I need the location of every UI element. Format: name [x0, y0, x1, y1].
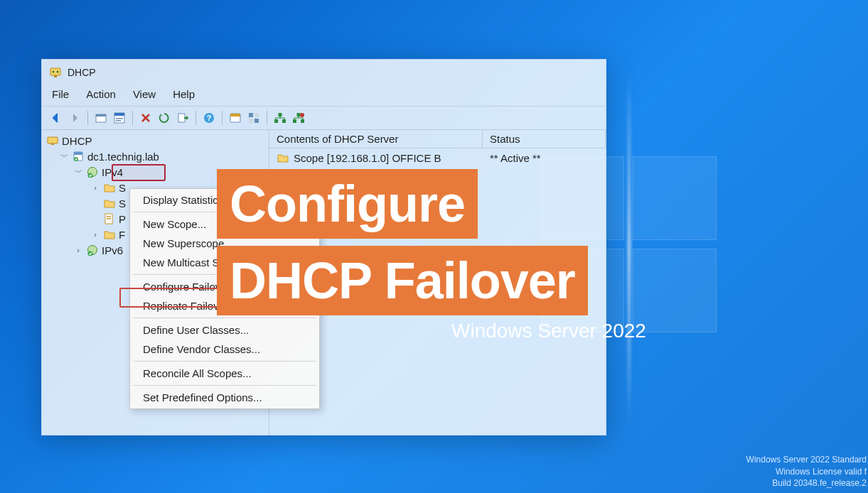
- svg-rect-14: [230, 114, 240, 117]
- toolbar-delete-button[interactable]: [137, 109, 154, 126]
- overlay-subtitle: Windows Server 2022: [451, 320, 646, 342]
- tree-ipv4-label: IPv4: [102, 166, 123, 178]
- toolbar-separator: [132, 111, 133, 125]
- tree-root-dhcp[interactable]: DHCP: [42, 133, 269, 148]
- svg-rect-9: [116, 120, 121, 121]
- toolbar-separator: [267, 111, 267, 125]
- titlebar[interactable]: DHCP: [42, 60, 606, 85]
- toolbar-separator: [87, 111, 88, 125]
- svg-rect-35: [107, 218, 111, 220]
- expander-icon[interactable]: ›: [90, 230, 100, 239]
- policies-icon: [103, 212, 116, 225]
- toolbar-forward-button[interactable]: [66, 109, 83, 126]
- svg-point-1: [53, 71, 55, 73]
- toolbar: ?: [42, 106, 606, 130]
- server-icon: [72, 150, 85, 163]
- watermark-line: Windows License valid f: [746, 466, 867, 477]
- ctx-separator: [133, 318, 316, 318]
- list-headers: Contents of DHCP Server Status: [269, 130, 606, 148]
- ipv4-icon: [86, 166, 99, 178]
- toolbar-help-button[interactable]: ?: [200, 109, 218, 126]
- svg-rect-3: [54, 75, 57, 77]
- filters-folder-icon: [103, 228, 116, 241]
- list-item-status: [483, 168, 606, 184]
- svg-rect-16: [254, 113, 259, 117]
- expander-icon[interactable]: ›: [73, 246, 83, 254]
- list-item-status: ** Active **: [483, 150, 606, 166]
- svg-rect-34: [107, 216, 111, 217]
- scope-folder-icon: [277, 151, 289, 164]
- overlay-title-line1: Configure: [217, 169, 478, 239]
- ctx-separator: [133, 385, 316, 386]
- svg-rect-20: [282, 119, 286, 123]
- svg-text:?: ?: [207, 114, 212, 122]
- column-header-contents[interactable]: Contents of DHCP Server: [269, 130, 483, 148]
- scope-folder-icon: [103, 181, 116, 194]
- ctx-separator: [133, 361, 316, 362]
- overlay-title-line2: DHCP Failover: [217, 246, 588, 315]
- toolbar-properties-button[interactable]: [111, 109, 128, 126]
- menubar: File Action View Help: [42, 85, 606, 106]
- svg-rect-18: [254, 119, 259, 123]
- svg-rect-0: [50, 68, 60, 75]
- list-item-scope[interactable]: Scope [192.168.1.0] OFFICE B ** Active *…: [269, 148, 606, 167]
- tree-root-label: DHCP: [62, 135, 92, 147]
- toolbar-export-button[interactable]: [174, 109, 191, 126]
- svg-rect-22: [293, 119, 296, 123]
- toolbar-refresh-button[interactable]: [156, 109, 173, 126]
- svg-rect-23: [301, 119, 304, 123]
- svg-rect-27: [51, 143, 54, 145]
- svg-rect-21: [279, 113, 282, 117]
- dhcp-root-icon: [46, 134, 59, 147]
- menu-view[interactable]: View: [133, 88, 156, 100]
- overlay-title-text: DHCP Failover: [230, 251, 575, 310]
- tree-child-label: S: [119, 197, 126, 210]
- toolbar-dhcp-action-a[interactable]: [272, 109, 289, 126]
- tree-ipv6-label: IPv6: [102, 244, 123, 256]
- tree-server-node[interactable]: ﹀ dc1.technig.lab: [42, 148, 269, 164]
- expander-icon[interactable]: ﹀: [73, 167, 83, 178]
- toolbar-up-button[interactable]: [92, 109, 109, 126]
- ctx-set-predefined-options[interactable]: Set Predefined Options...: [130, 388, 319, 407]
- toolbar-separator: [195, 111, 196, 125]
- svg-rect-8: [116, 118, 123, 119]
- menu-action[interactable]: Action: [86, 88, 116, 100]
- tree-child-label: F: [119, 229, 125, 241]
- ctx-define-vendor-classes[interactable]: Define Vendor Classes...: [130, 340, 319, 359]
- svg-point-25: [300, 113, 304, 117]
- svg-rect-5: [96, 114, 106, 117]
- svg-point-2: [57, 71, 59, 73]
- svg-rect-19: [274, 119, 278, 123]
- dhcp-app-icon: [49, 66, 62, 79]
- svg-rect-24: [297, 113, 301, 117]
- svg-rect-29: [74, 152, 82, 155]
- svg-rect-15: [249, 113, 253, 117]
- toolbar-separator: [222, 111, 223, 125]
- toolbar-tile-button[interactable]: [245, 109, 262, 126]
- menu-file[interactable]: File: [52, 88, 69, 100]
- svg-rect-10: [178, 114, 185, 122]
- ipv6-icon: [86, 244, 99, 256]
- tree-child-label: S: [119, 182, 126, 194]
- svg-rect-17: [249, 119, 253, 123]
- column-header-status[interactable]: Status: [483, 130, 606, 148]
- ctx-define-user-classes[interactable]: Define User Classes...: [130, 320, 319, 340]
- watermark-line: Windows Server 2022 Standard: [746, 454, 867, 465]
- expander-icon[interactable]: ﹀: [59, 151, 69, 162]
- tree-server-label: dc1.technig.lab: [87, 151, 159, 163]
- watermark-line: Build 20348.fe_release.2: [746, 477, 867, 489]
- window-title: DHCP: [68, 67, 96, 78]
- toolbar-dhcp-action-b[interactable]: [290, 109, 307, 126]
- ctx-reconcile-all-scopes[interactable]: Reconcile All Scopes...: [130, 364, 319, 383]
- tree-child-label: P: [119, 213, 126, 225]
- toolbar-filter-button[interactable]: [227, 109, 244, 126]
- toolbar-back-button[interactable]: [48, 109, 65, 126]
- list-item-name: Scope [192.168.1.0] OFFICE B: [294, 152, 441, 164]
- expander-icon[interactable]: ›: [90, 183, 100, 192]
- svg-rect-7: [114, 113, 124, 116]
- overlay-title-text: Configure: [230, 175, 465, 233]
- menu-help[interactable]: Help: [173, 88, 195, 100]
- svg-rect-26: [48, 137, 58, 143]
- scope-folder-icon: [103, 197, 116, 210]
- desktop-watermark: Windows Server 2022 Standard Windows Lic…: [746, 454, 867, 489]
